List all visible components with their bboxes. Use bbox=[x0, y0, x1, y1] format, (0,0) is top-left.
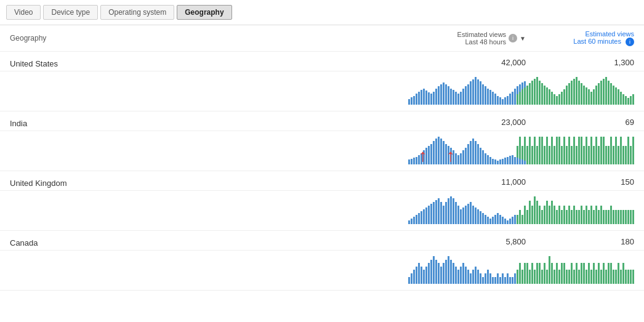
tabs-container: VideoDevice typeOperating systemGeograph… bbox=[0, 0, 644, 25]
rows-container: United States42,0001,300India23,00069↑↑U… bbox=[0, 52, 644, 291]
charts-row bbox=[0, 71, 644, 111]
charts-row bbox=[0, 251, 644, 291]
info-icon-48: i bbox=[509, 34, 517, 42]
country-name: Canada bbox=[10, 237, 413, 248]
value-60m: 69 bbox=[536, 118, 634, 127]
country-name: India bbox=[10, 118, 413, 128]
table-row: Canada5,800180 bbox=[0, 231, 644, 251]
geography-label: Geography bbox=[10, 34, 413, 42]
col48-label-text: Estimated views Last 48 hours bbox=[457, 31, 506, 46]
table-header: Geography Estimated views Last 48 hours … bbox=[0, 25, 644, 52]
value-48h: 11,000 bbox=[413, 177, 536, 187]
charts-row: ↑↑ bbox=[0, 131, 644, 171]
chart-48h: ↑↑ bbox=[413, 134, 536, 164]
value-60m: 1,300 bbox=[536, 58, 634, 67]
value-48h: 5,800 bbox=[413, 237, 536, 246]
table-row: United Kingdom11,000150 bbox=[0, 171, 644, 191]
chart-60m bbox=[536, 253, 634, 284]
tab-video[interactable]: Video bbox=[6, 5, 41, 20]
country-name: United Kingdom bbox=[10, 177, 413, 188]
table-container: Geography Estimated views Last 48 hours … bbox=[0, 25, 644, 291]
sort-icon-48[interactable]: ▼ bbox=[520, 35, 526, 42]
tab-device-type[interactable]: Device type bbox=[43, 5, 98, 20]
chart-60m bbox=[536, 193, 634, 224]
value-48h: 42,000 bbox=[413, 58, 536, 67]
arrow-up-right: ↑ bbox=[446, 147, 455, 164]
country-name: United States bbox=[10, 58, 413, 68]
chart-60m bbox=[536, 134, 634, 164]
value-60m: 150 bbox=[536, 177, 634, 187]
info-icon-60: i bbox=[626, 38, 634, 46]
chart-60m bbox=[536, 74, 634, 105]
tab-operating-system[interactable]: Operating system bbox=[100, 5, 174, 20]
value-48h: 23,000 bbox=[413, 118, 536, 127]
col-header-60m: Estimated views Last 60 minutes i bbox=[536, 30, 634, 46]
col-header-48h: Estimated views Last 48 hours i ▼ bbox=[413, 31, 536, 46]
table-row: United States42,0001,300 bbox=[0, 52, 644, 71]
charts-row bbox=[0, 191, 644, 231]
arrow-up-left: ↑ bbox=[419, 147, 427, 164]
table-row: India23,00069 bbox=[0, 111, 644, 131]
tab-geography[interactable]: Geography bbox=[177, 5, 231, 20]
value-60m: 180 bbox=[536, 237, 634, 246]
tab-bar: VideoDevice typeOperating systemGeograph… bbox=[0, 0, 644, 25]
